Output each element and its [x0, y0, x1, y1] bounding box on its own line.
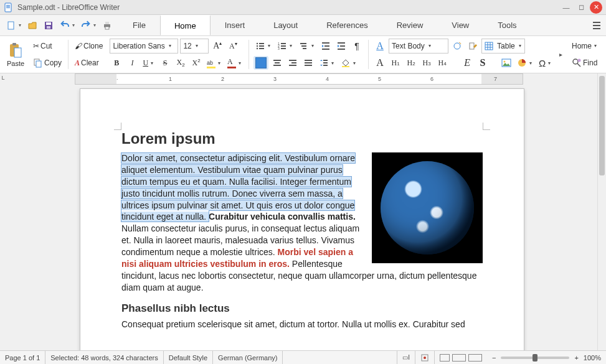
status-signature[interactable] [415, 351, 435, 364]
paintbrush-icon: 🖌 [75, 42, 82, 50]
heading4-button[interactable]: H4 [435, 56, 449, 70]
new-document-dropdown[interactable]: ▾ [19, 22, 24, 28]
new-document-button[interactable] [4, 18, 19, 33]
emphasis-button[interactable]: E [460, 56, 474, 70]
increase-font-button[interactable]: A▴ [211, 39, 224, 53]
redo-button[interactable] [78, 18, 93, 33]
edit-style-icon [468, 41, 478, 51]
underline-button[interactable]: U▾ [141, 56, 156, 70]
document-heading2[interactable]: Phasellus nibh lectus [121, 302, 483, 315]
undo-dropdown[interactable]: ▾ [72, 22, 77, 28]
status-insert-mode[interactable]: ▭I [397, 351, 415, 364]
save-button[interactable] [41, 18, 56, 33]
highlight-color-button[interactable]: ab▾ [205, 56, 224, 70]
tab-tools-label: Tools [498, 21, 516, 30]
undo-button[interactable] [57, 18, 72, 33]
new-style-button[interactable] [450, 39, 464, 53]
document-heading1[interactable]: Lorem ipsum [121, 130, 483, 147]
window-title: Sample.odt - LibreOffice Writer [17, 3, 120, 12]
svg-rect-36 [338, 49, 345, 50]
document-viewport[interactable]: · 1 2 3 4 5 6 7 Lorem ipsum Dolor sit am… [6, 73, 597, 350]
outline-list-button[interactable]: ▾ [297, 39, 317, 53]
document-paragraph-2[interactable]: Consequat pretium scelerisque sit amet, … [121, 319, 483, 330]
page-canvas[interactable]: Lorem ipsum Dolor sit amet, consectetur … [80, 88, 524, 350]
book-view-button[interactable] [468, 354, 482, 362]
paragraph-style-combo[interactable]: Text Body▾ [389, 39, 448, 54]
heading2-button[interactable]: H2 [404, 56, 418, 70]
line-spacing-button[interactable]: ▾ [317, 56, 337, 70]
align-justify-button[interactable] [301, 56, 315, 70]
tab-tools[interactable]: Tools [483, 15, 531, 35]
find-button[interactable]: Find [570, 56, 599, 70]
zoom-slider-knob[interactable] [533, 354, 537, 362]
copy-button[interactable]: Copy [31, 56, 64, 70]
heading3-button[interactable]: H3 [420, 56, 433, 70]
close-button[interactable]: ✕ [590, 1, 602, 14]
zoom-value[interactable]: 100% [584, 354, 601, 362]
document-image-earth[interactable] [372, 152, 483, 263]
decrease-font-button[interactable]: A▾ [226, 39, 240, 53]
status-style[interactable]: Default Style [164, 351, 213, 364]
superscript-button[interactable]: X2 [189, 56, 203, 70]
tab-review[interactable]: Review [382, 15, 438, 35]
number-list-button[interactable]: 123▾ [275, 39, 295, 53]
tab-references[interactable]: References [312, 15, 382, 35]
italic-button[interactable]: I [125, 56, 139, 70]
svg-rect-10 [105, 27, 109, 29]
vertical-scrollbar[interactable] [597, 73, 606, 350]
update-style-button[interactable]: A [373, 39, 387, 53]
home-dropdown-button[interactable]: Home▾ [570, 39, 600, 53]
zoom-slider[interactable] [501, 357, 569, 359]
single-page-view-button[interactable] [440, 354, 450, 362]
subscript-button[interactable]: X2 [174, 56, 187, 70]
align-left-button[interactable] [253, 56, 268, 70]
tab-file[interactable]: File [118, 15, 160, 35]
paste-button[interactable]: Paste [2, 37, 29, 72]
decrease-indent-button[interactable] [319, 39, 333, 53]
bullet-list-button[interactable]: ▾ [253, 39, 273, 53]
minimize-button[interactable]: — [560, 1, 572, 14]
bold-span[interactable]: Curabitur vehicula convallis mattis. [209, 212, 356, 222]
clear-formatting-button[interactable]: A Clear [73, 56, 101, 70]
insert-special-char-button[interactable]: Ω▾ [537, 56, 554, 70]
pilcrow-button[interactable]: ¶ [350, 39, 364, 53]
horizontal-ruler[interactable]: · 1 2 3 4 5 6 7 [75, 73, 523, 85]
tab-layout[interactable]: Layout [259, 15, 312, 35]
tab-insert[interactable]: Insert [211, 15, 260, 35]
font-size-combo[interactable]: 12▾ [180, 39, 209, 54]
bold-button[interactable]: B [110, 56, 123, 70]
svg-point-62 [577, 59, 580, 62]
align-center-button[interactable] [270, 56, 284, 70]
ribbon-overflow-button[interactable]: ▸ [556, 37, 565, 72]
align-right-icon [288, 58, 298, 68]
table-menu[interactable]: Table▾ [481, 39, 525, 54]
status-selection[interactable]: Selected: 48 words, 324 characters [45, 351, 163, 364]
zoom-in-button[interactable]: + [574, 354, 578, 362]
char-style-A-button[interactable]: A [373, 56, 387, 70]
insert-chart-button[interactable]: ▾ [515, 56, 535, 70]
scrollbar-thumb[interactable] [599, 76, 605, 175]
font-name-combo[interactable]: Liberation Sans▾ [110, 39, 178, 54]
font-color-button[interactable]: A▾ [225, 56, 244, 70]
maximize-button[interactable]: ◻ [575, 1, 587, 14]
insert-image-button[interactable] [499, 56, 513, 70]
strong-button[interactable]: S [476, 56, 490, 70]
background-color-button[interactable]: ▾ [339, 56, 359, 70]
status-language[interactable]: German (Germany) [213, 351, 283, 364]
print-button[interactable] [100, 18, 115, 33]
align-right-button[interactable] [286, 56, 300, 70]
open-button[interactable] [25, 18, 40, 33]
tab-view[interactable]: View [437, 15, 483, 35]
multi-page-view-button[interactable] [452, 354, 466, 362]
increase-indent-button[interactable] [334, 39, 348, 53]
menu-hamburger-button[interactable] [587, 15, 606, 35]
cut-button[interactable]: ✂ Cut [31, 39, 54, 53]
redo-dropdown[interactable]: ▾ [93, 22, 98, 28]
status-page[interactable]: Page 1 of 1 [0, 351, 45, 364]
zoom-out-button[interactable]: − [492, 354, 496, 362]
strikethrough-button[interactable]: S [158, 56, 172, 70]
edit-style-button[interactable] [466, 39, 480, 53]
clone-formatting-button[interactable]: 🖌 Clone [73, 39, 105, 53]
tab-home[interactable]: Home [160, 15, 211, 35]
heading1-button[interactable]: H1 [389, 56, 402, 70]
